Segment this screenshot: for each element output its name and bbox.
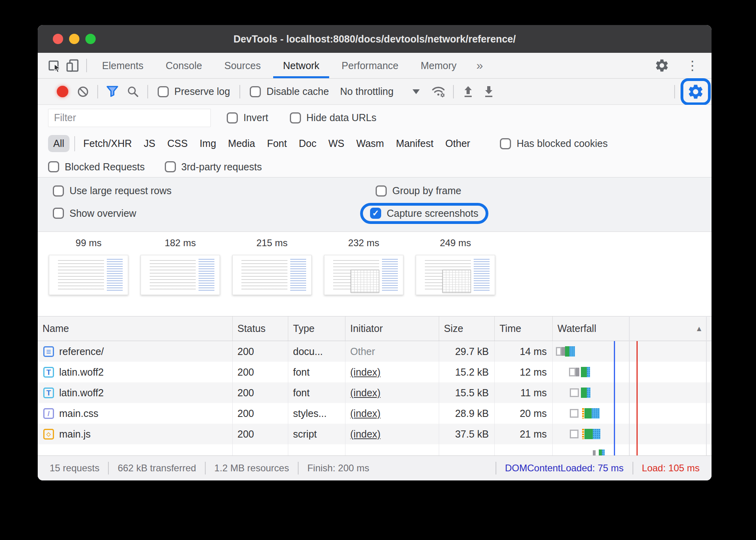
request-filters-row: Blocked Requests 3rd-party requests (38, 156, 712, 177)
hide-data-urls-checkbox[interactable] (290, 112, 301, 123)
column-header-name[interactable]: Name (38, 316, 233, 341)
use-large-rows-checkbox[interactable] (53, 185, 64, 197)
tab-network[interactable]: Network (272, 53, 331, 78)
filmstrip-screenshot-thumbnail[interactable] (416, 255, 495, 295)
type-chip-wasm[interactable]: Wasm (356, 138, 384, 149)
capture-screenshots-checkbox-item[interactable]: ✓ Capture screenshots (370, 208, 478, 219)
initiator-link[interactable]: (index) (350, 408, 380, 419)
request-row[interactable]: ≡reference/200docu...Other29.7 kB14 ms (38, 341, 712, 362)
hide-data-urls-checkbox-item[interactable]: Hide data URLs (284, 112, 382, 123)
initiator-link[interactable]: (index) (350, 366, 380, 378)
initiator-link[interactable]: (index) (350, 428, 380, 440)
network-settings-gear-icon[interactable] (687, 83, 704, 100)
has-blocked-cookies-checkbox[interactable] (500, 138, 511, 149)
network-toolbar: Preserve log Disable cache No throttling (38, 79, 712, 105)
invert-checkbox[interactable] (227, 112, 238, 123)
request-name-cell[interactable]: ≡reference/ (38, 341, 233, 362)
throttling-dropdown[interactable]: No throttling (334, 86, 428, 97)
column-header-time[interactable]: Time (495, 316, 553, 341)
request-row[interactable]: ◇main.js200script(index)37.5 kB21 ms (38, 424, 712, 444)
group-by-frame-checkbox[interactable] (376, 185, 387, 197)
clear-network-log-icon[interactable] (73, 81, 93, 102)
initiator-link[interactable]: (index) (350, 387, 380, 399)
waterfall-orange-segment (582, 429, 584, 439)
request-time: 20 ms (495, 403, 553, 424)
filter-icon[interactable] (102, 81, 123, 102)
filmstrip-screenshot-thumbnail[interactable] (141, 255, 220, 295)
filter-input[interactable] (48, 109, 211, 127)
request-name-cell[interactable]: Tlatin.woff2 (38, 362, 233, 382)
resource-type-chips: AllFetch/XHRJSCSSImgMediaFontDocWSWasmMa… (48, 135, 476, 152)
capture-screenshots-checkbox[interactable]: ✓ (370, 208, 381, 219)
type-chip-media[interactable]: Media (228, 138, 255, 149)
filter-row: Invert Hide data URLs (38, 105, 712, 131)
preserve-log-checkbox[interactable] (158, 86, 169, 97)
tab-performance[interactable]: Performance (330, 53, 409, 78)
blocked-requests-label: Blocked Requests (65, 161, 145, 173)
type-chip-other[interactable]: Other (446, 138, 471, 149)
more-tabs-icon[interactable]: » (468, 59, 492, 72)
disable-cache-checkbox[interactable] (250, 86, 261, 97)
type-chip-js[interactable]: JS (144, 138, 155, 149)
waterfall-green-segment (581, 367, 587, 377)
search-icon[interactable] (123, 81, 143, 102)
third-party-requests-checkbox[interactable] (165, 161, 176, 172)
type-chip-img[interactable]: Img (200, 138, 216, 149)
waterfall-box-segment (569, 368, 576, 376)
request-row[interactable]: /main.css200styles...(index)28.9 kB20 ms (38, 403, 712, 424)
show-overview-checkbox[interactable] (53, 208, 64, 219)
capture-screenshots-label: Capture screenshots (387, 208, 478, 219)
request-name-cell[interactable]: Tlatin.woff2 (38, 382, 233, 403)
group-by-frame-checkbox-item[interactable]: Group by frame (370, 185, 467, 197)
request-row[interactable]: Tlatin.woff2200font(index)15.2 kB12 ms (38, 362, 712, 382)
third-party-requests-checkbox-item[interactable]: 3rd-party requests (159, 161, 268, 173)
request-time: 21 ms (495, 424, 553, 444)
type-chip-ws[interactable]: WS (328, 138, 344, 149)
column-header-initiator[interactable]: Initiator (345, 316, 439, 341)
import-har-icon[interactable] (458, 81, 478, 102)
type-chip-css[interactable]: CSS (167, 138, 187, 149)
filmstrip-screenshot-thumbnail[interactable] (232, 255, 312, 295)
kebab-menu-icon[interactable]: ⋮ (683, 59, 702, 72)
invert-checkbox-item[interactable]: Invert (221, 112, 274, 123)
request-row[interactable] (38, 444, 712, 455)
column-header-status[interactable]: Status (233, 316, 288, 341)
filmstrip-screenshot-thumbnail[interactable] (49, 255, 128, 295)
record-network-log-button[interactable] (52, 81, 73, 102)
request-status: 200 (233, 403, 288, 424)
inspect-element-icon[interactable] (46, 56, 64, 75)
request-time: 11 ms (495, 382, 553, 403)
show-overview-checkbox-item[interactable]: Show overview (47, 208, 370, 219)
request-initiator-cell (345, 444, 439, 455)
request-row[interactable]: Tlatin.woff2200font(index)15.5 kB11 ms (38, 382, 712, 403)
type-chip-all[interactable]: All (48, 135, 69, 152)
request-name: latin.woff2 (59, 366, 104, 378)
type-chip-fetch-xhr[interactable]: Fetch/XHR (83, 138, 132, 149)
preserve-log-checkbox-item[interactable]: Preserve log (152, 86, 235, 97)
column-header-type[interactable]: Type (288, 316, 345, 341)
devtools-settings-gear-icon[interactable] (653, 56, 671, 75)
export-har-icon[interactable] (478, 81, 499, 102)
type-chip-font[interactable]: Font (267, 138, 287, 149)
network-conditions-icon[interactable] (428, 81, 449, 102)
filmstrip-screenshot-thumbnail[interactable] (324, 255, 403, 295)
tab-console[interactable]: Console (154, 53, 213, 78)
column-header-waterfall[interactable]: Waterfall▲ (553, 316, 712, 341)
type-chip-manifest[interactable]: Manifest (396, 138, 433, 149)
blocked-requests-checkbox-item[interactable]: Blocked Requests (42, 161, 150, 173)
tab-elements[interactable]: Elements (91, 53, 154, 78)
request-name-cell[interactable]: ◇main.js (38, 424, 233, 444)
request-name-cell[interactable] (38, 444, 233, 455)
has-blocked-cookies-checkbox-item[interactable]: Has blocked cookies (494, 138, 613, 149)
disable-cache-checkbox-item[interactable]: Disable cache (244, 86, 334, 97)
panel-tab-bar: ElementsConsoleSourcesNetworkPerformance… (38, 53, 712, 79)
blocked-requests-checkbox[interactable] (48, 161, 59, 172)
device-toolbar-icon[interactable] (64, 56, 82, 75)
column-header-size[interactable]: Size (439, 316, 495, 341)
tab-memory[interactable]: Memory (409, 53, 467, 78)
request-name-cell[interactable]: /main.css (38, 403, 233, 424)
use-large-rows-checkbox-item[interactable]: Use large request rows (47, 185, 370, 197)
tab-sources[interactable]: Sources (213, 53, 272, 78)
type-chip-doc[interactable]: Doc (299, 138, 316, 149)
filmstrip-frame: 249 ms (416, 237, 495, 295)
